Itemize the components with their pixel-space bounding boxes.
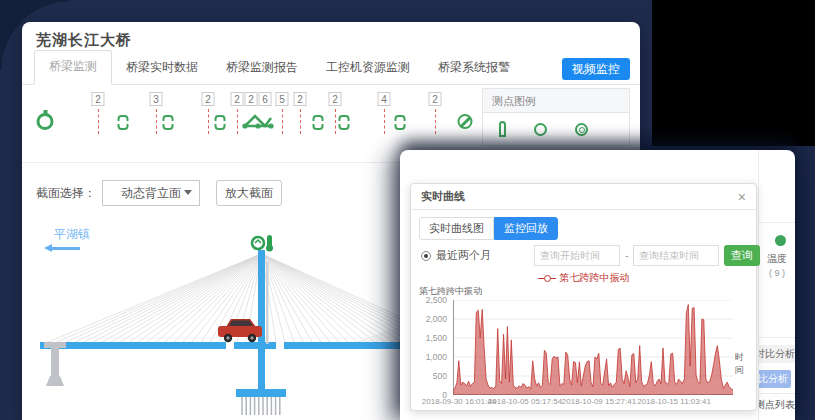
dialog-tab-0[interactable]: 实时曲线图 bbox=[419, 217, 494, 240]
sensor-tick bbox=[98, 109, 99, 134]
x-tick-label: 2018-09-30 16:01:44 bbox=[422, 397, 496, 406]
compare-analysis-header: 对比分析 bbox=[759, 345, 795, 363]
bridge-foundation bbox=[236, 389, 286, 415]
vibration-chart: 2,5002,0001,5001,0005000 时间 bbox=[419, 300, 748, 395]
main-tab-1[interactable]: 桥梁实时数据 bbox=[112, 52, 212, 84]
sensor-tick bbox=[300, 109, 301, 134]
query-start-time-input[interactable] bbox=[534, 245, 620, 266]
dialog-title: 实时曲线 bbox=[421, 184, 465, 209]
right-panel-clipped: 温度 ( 9 ) 对比分析 对比分析 测点列表 bbox=[758, 150, 795, 420]
legend-panel-title: 测点图例 bbox=[483, 89, 629, 113]
radio-label: 最近两个月 bbox=[436, 248, 491, 263]
car bbox=[218, 319, 262, 342]
y-tick-label: 2,000 bbox=[426, 314, 447, 324]
y-tick-label: 1,500 bbox=[426, 333, 447, 343]
chevron-down-icon bbox=[184, 190, 192, 195]
zoom-section-button[interactable]: 放大截面 bbox=[216, 180, 282, 206]
sensor-tick bbox=[156, 109, 157, 134]
query-filter-row: 最近两个月 - 查询 bbox=[419, 245, 748, 269]
sensor-tick bbox=[435, 109, 436, 134]
sensor-circle-icon[interactable] bbox=[534, 123, 547, 136]
temperature-label: 温度 bbox=[759, 252, 795, 266]
sensor-count-badge: 2 bbox=[245, 92, 258, 106]
link-sensor-icon[interactable] bbox=[118, 115, 129, 130]
temperature-count: ( 9 ) bbox=[759, 268, 795, 278]
truss-sensor-icon[interactable] bbox=[240, 112, 276, 134]
measure-point-legend-panel: 测点图例 bbox=[482, 88, 630, 146]
main-tab-3[interactable]: 工控机资源监测 bbox=[312, 52, 424, 84]
y-tick-label: 500 bbox=[433, 371, 447, 381]
black-backdrop bbox=[652, 0, 815, 146]
x-axis-labels: 2018-09-30 16:01:442018-10-05 05:17:5420… bbox=[453, 397, 733, 409]
bridge-deck bbox=[40, 342, 442, 349]
close-icon[interactable]: × bbox=[738, 190, 746, 204]
rotation-sensor-icon[interactable] bbox=[252, 237, 264, 249]
bridge-tower bbox=[258, 250, 265, 391]
thermometer-icon[interactable] bbox=[499, 121, 506, 137]
sensor-tick bbox=[208, 109, 209, 134]
sensor-count-badge: 6 bbox=[259, 92, 272, 106]
link-sensor-icon[interactable] bbox=[339, 115, 350, 130]
sensor-tick bbox=[335, 109, 336, 134]
main-tab-4[interactable]: 桥梁系统报警 bbox=[424, 52, 524, 84]
main-tabbar: 桥梁监测桥梁实时数据桥梁监测报告工控机资源监测桥梁系统报警 bbox=[22, 54, 640, 85]
y-axis-labels: 2,5002,0001,5001,0005000 bbox=[419, 300, 449, 395]
section-select[interactable]: 动态背立面 bbox=[102, 180, 200, 206]
chart-legend[interactable]: 第七跨跨中振动 bbox=[419, 272, 748, 284]
sensor-count-badge: 2 bbox=[231, 92, 244, 106]
dialog-tabs: 实时曲线图监控回放 bbox=[419, 217, 558, 240]
popup-window: 温度 ( 9 ) 对比分析 对比分析 测点列表 实时曲线 × 实时曲线图监控回放… bbox=[400, 150, 795, 420]
link-sensor-icon[interactable] bbox=[215, 115, 226, 130]
section-select-value: 动态背立面 bbox=[121, 186, 181, 200]
link-sensor-icon[interactable] bbox=[313, 115, 324, 130]
sensor-tick bbox=[384, 109, 385, 134]
sensor-ring-icon[interactable] bbox=[575, 123, 588, 136]
tower-thermometer-icon[interactable] bbox=[266, 235, 273, 252]
sensor-tick bbox=[237, 109, 238, 134]
compare-analysis-button[interactable]: 对比分析 bbox=[758, 370, 791, 388]
x-tick-label: 2018-10-15 11:03:41 bbox=[637, 397, 711, 406]
sensor-count-badge: 2 bbox=[294, 92, 307, 106]
sensor-count-badge: 2 bbox=[429, 92, 442, 106]
section-select-label: 截面选择： bbox=[36, 185, 96, 202]
sensor-count-badge: 4 bbox=[378, 92, 391, 106]
query-end-time-input[interactable] bbox=[633, 245, 719, 266]
y-tick-label: 1,000 bbox=[426, 352, 447, 362]
main-tab-2[interactable]: 桥梁监测报告 bbox=[212, 52, 312, 84]
x-axis-name: 时间 bbox=[735, 351, 748, 377]
sensor-count-badge: 2 bbox=[202, 92, 215, 106]
range-separator: - bbox=[625, 249, 629, 261]
query-button[interactable]: 查询 bbox=[724, 245, 760, 266]
x-tick-label: 2018-10-05 05:17:54 bbox=[488, 397, 562, 406]
sensor-strip: 23222652242 bbox=[22, 92, 522, 142]
link-sensor-icon[interactable] bbox=[163, 115, 174, 130]
page-title: 芜湖长江大桥 bbox=[36, 31, 132, 50]
screen: 芜湖长江大桥 桥梁监测桥梁实时数据桥梁监测报告工控机资源监测桥梁系统报警 视频监… bbox=[0, 0, 815, 420]
x-tick-label: 2018-10-09 15:27:41 bbox=[562, 397, 636, 406]
sensor-count-badge: 3 bbox=[150, 92, 163, 106]
sensor-count-badge: 2 bbox=[329, 92, 342, 106]
link-sensor-icon[interactable] bbox=[395, 115, 406, 130]
video-monitor-button[interactable]: 视频监控 bbox=[562, 58, 630, 80]
temperature-sensor-block[interactable]: 温度 ( 9 ) bbox=[759, 240, 795, 278]
dialog-tab-1[interactable]: 监控回放 bbox=[494, 217, 558, 240]
sensor-count-badge: 5 bbox=[276, 92, 289, 106]
point-list-label: 测点列表 bbox=[759, 398, 795, 412]
ban-icon[interactable] bbox=[458, 114, 473, 129]
y-tick-label: 2,500 bbox=[426, 295, 447, 305]
legend-marker-icon bbox=[538, 275, 556, 282]
realtime-curve-dialog: 实时曲线 × 实时曲线图监控回放 最近两个月 - 查询 第七跨跨中振动 bbox=[410, 183, 757, 411]
recent-two-months-radio[interactable]: 最近两个月 bbox=[421, 248, 491, 263]
chart-title: 第七跨跨中振动 bbox=[419, 285, 748, 298]
sensor-count-badge: 2 bbox=[92, 92, 105, 106]
gauge-sensor-icon[interactable] bbox=[37, 113, 54, 130]
radio-icon bbox=[421, 251, 431, 261]
main-tab-0[interactable]: 桥梁监测 bbox=[34, 50, 112, 85]
sensor-tick bbox=[282, 109, 283, 134]
